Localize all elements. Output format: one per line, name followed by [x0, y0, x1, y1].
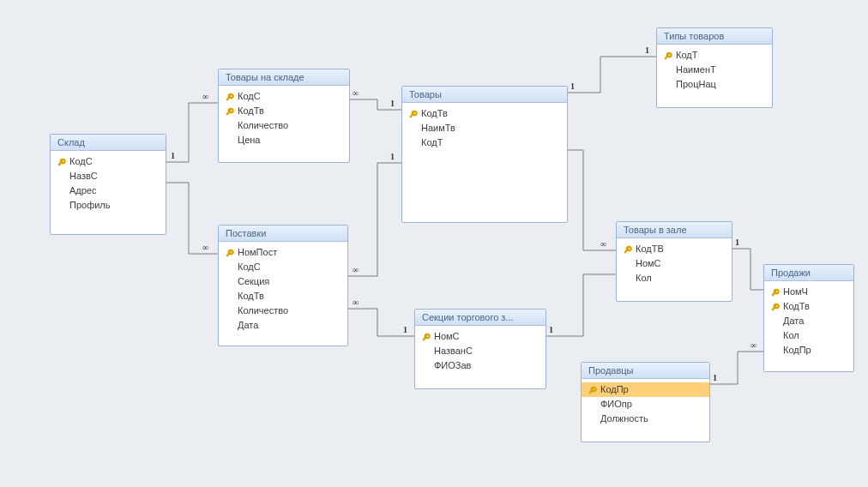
field-row[interactable]: Дата [219, 318, 347, 333]
field-name: Кол [634, 272, 652, 285]
primary-key-icon [224, 107, 236, 116]
card-inf: ∞ [202, 243, 208, 252]
field-row[interactable]: НомПост [219, 245, 347, 260]
er-diagram-canvas[interactable]: 1 ∞ ∞ ∞ 1 1 1 1 ∞ ∞ 1 1 ∞ 1 ∞ 1 Склад Ко… [0, 0, 868, 487]
field-row[interactable]: Дата [764, 314, 853, 328]
card-inf: ∞ [353, 298, 359, 307]
table-title[interactable]: Товары на складе [219, 69, 349, 86]
field-row[interactable]: Цена [219, 133, 349, 147]
field-row[interactable]: КодТв [764, 299, 853, 314]
field-row[interactable]: Должность [582, 412, 709, 426]
field-row[interactable]: КодС [219, 89, 349, 104]
primary-key-icon [769, 303, 781, 311]
card-inf: ∞ [600, 239, 606, 249]
field-name: НазвС [68, 170, 98, 183]
field-row[interactable]: Кол [617, 271, 732, 286]
field-row[interactable]: КодС [51, 154, 166, 169]
field-row[interactable]: ФИОЗав [415, 358, 546, 373]
primary-key-icon [662, 51, 674, 60]
field-name: Дата [781, 315, 804, 328]
card-1: 1 [570, 81, 575, 91]
card-1: 1 [713, 373, 717, 382]
field-row[interactable]: ФИОпр [582, 397, 709, 412]
primary-key-icon [224, 249, 236, 257]
table-title[interactable]: Секции торгового з... [415, 310, 546, 326]
field-row[interactable]: НомС [415, 329, 546, 344]
field-name: КодТ [419, 136, 443, 149]
field-row[interactable]: КодПр [582, 382, 709, 397]
field-row[interactable]: КодТ [657, 48, 772, 63]
field-row[interactable]: КодТв [219, 104, 349, 118]
field-name: КодПр [599, 383, 629, 396]
field-row[interactable]: КодТ [402, 135, 567, 150]
field-name: КодТв [419, 107, 448, 120]
table-tovary[interactable]: Товары КодТвНаимТвКодТ [401, 86, 568, 223]
card-inf: ∞ [353, 88, 359, 98]
table-title[interactable]: Типы товаров [657, 28, 772, 45]
primary-key-icon [420, 333, 432, 341]
table-title[interactable]: Продавцы [582, 363, 709, 379]
table-prodavtsy[interactable]: Продавцы КодПрФИОпрДолжность [581, 362, 710, 442]
field-name: НомС [634, 257, 661, 270]
field-name: НомПост [236, 246, 277, 259]
field-row[interactable]: НомС [617, 256, 732, 271]
table-fields: КодСКодТвКоличествоЦена [219, 86, 349, 151]
table-fields: НомСНазванСФИОЗав [415, 326, 546, 376]
field-row[interactable]: КодТВ [617, 242, 732, 256]
field-name: НаименТ [674, 63, 716, 76]
field-name: ФИОЗав [432, 359, 471, 372]
table-title[interactable]: Поставки [219, 225, 347, 242]
field-row[interactable]: КодПр [764, 343, 853, 358]
field-name: КодТВ [634, 243, 664, 256]
field-row[interactable]: Секция [219, 274, 347, 289]
field-row[interactable]: Адрес [51, 183, 166, 198]
field-name: Количество [236, 304, 288, 317]
field-name: Адрес [68, 184, 97, 197]
card-1: 1 [403, 325, 407, 334]
field-name: НаимТв [419, 122, 455, 135]
primary-key-icon [769, 288, 781, 297]
field-row[interactable]: КодС [219, 260, 347, 274]
table-tipy-tovarov[interactable]: Типы товаров КодТНаименТПроцНац [656, 27, 773, 108]
field-row[interactable]: ПроцНац [657, 77, 772, 92]
table-fields: КодТВНомСКол [617, 238, 732, 289]
table-title[interactable]: Товары [402, 87, 567, 103]
key-icon [624, 245, 632, 254]
table-sektsii[interactable]: Секции торгового з... НомСНазванСФИОЗав [414, 309, 546, 389]
field-row[interactable]: НазванС [415, 344, 546, 358]
key-icon [771, 288, 780, 297]
card-1: 1 [390, 99, 395, 108]
field-row[interactable]: Количество [219, 118, 349, 133]
field-name: КодС [236, 90, 261, 103]
table-title[interactable]: Товары в зале [617, 222, 732, 238]
field-name: КодТв [236, 105, 264, 117]
field-row[interactable]: Кол [764, 328, 853, 343]
field-name: ПроцНац [674, 78, 716, 91]
table-title[interactable]: Продажи [764, 265, 853, 281]
field-row[interactable]: Количество [219, 304, 347, 318]
field-row[interactable]: Профиль [51, 198, 166, 213]
field-row[interactable]: НаимТв [402, 121, 567, 135]
card-1: 1 [735, 237, 739, 247]
field-row[interactable]: НазвС [51, 169, 166, 183]
field-name: НомЧ [781, 286, 808, 298]
primary-key-icon [622, 245, 634, 254]
table-sklad[interactable]: Склад КодСНазвСАдресПрофиль [50, 134, 166, 235]
table-postavki[interactable]: Поставки НомПостКодССекцияКодТвКоличеств… [218, 225, 348, 346]
key-icon [422, 333, 431, 341]
card-inf: ∞ [750, 340, 756, 350]
field-row[interactable]: КодТв [402, 106, 567, 121]
key-icon [57, 158, 66, 166]
table-prodazhi[interactable]: Продажи НомЧКодТвДатаКолКодПр [763, 264, 854, 372]
table-tovary-na-sklade[interactable]: Товары на складе КодСКодТвКоличествоЦена [218, 69, 350, 163]
key-icon [588, 386, 597, 394]
table-tovary-v-zale[interactable]: Товары в зале КодТВНомСКол [616, 221, 732, 302]
field-row[interactable]: НаименТ [657, 63, 772, 77]
key-icon [409, 110, 418, 118]
field-name: КодПр [781, 344, 811, 357]
field-row[interactable]: НомЧ [764, 285, 853, 299]
field-name: ФИОпр [599, 398, 632, 411]
card-inf: ∞ [202, 92, 208, 101]
table-title[interactable]: Склад [51, 135, 166, 151]
field-row[interactable]: КодТв [219, 289, 347, 304]
